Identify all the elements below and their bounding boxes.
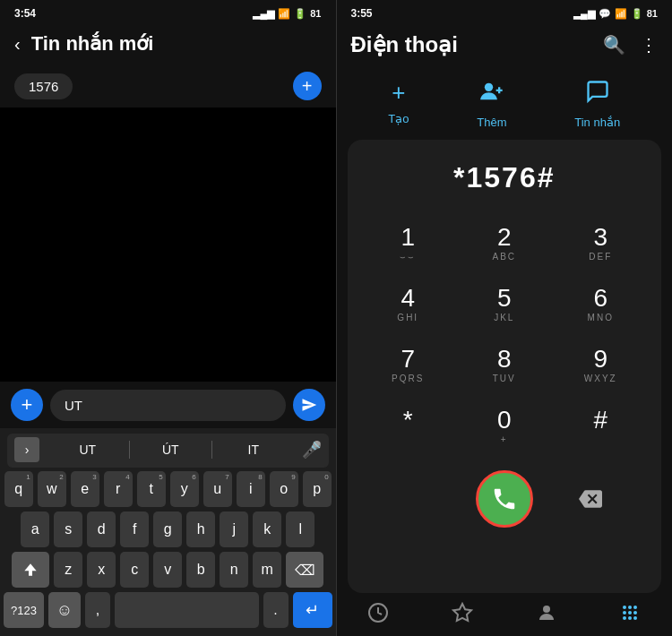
key-m[interactable]: m bbox=[253, 552, 281, 588]
enter-key[interactable]: ↵ bbox=[293, 592, 332, 628]
message-area bbox=[0, 107, 336, 382]
nav-recents[interactable] bbox=[367, 602, 389, 623]
key-b[interactable]: b bbox=[186, 552, 215, 588]
key-s[interactable]: s bbox=[54, 511, 82, 547]
dial-delete-button[interactable] bbox=[569, 477, 612, 520]
key-t[interactable]: 5t bbox=[137, 471, 166, 507]
period-key[interactable]: . bbox=[263, 592, 289, 628]
back-button[interactable]: ‹ bbox=[14, 34, 21, 55]
key-g[interactable]: g bbox=[153, 511, 182, 547]
delete-key[interactable]: ⌫ bbox=[286, 552, 323, 588]
dial-key-5[interactable]: 5 JKL bbox=[458, 277, 551, 334]
key-q[interactable]: 1q bbox=[4, 471, 33, 507]
search-icon[interactable]: 🔍 bbox=[603, 34, 625, 56]
key-n[interactable]: n bbox=[220, 552, 248, 588]
dial-key-8[interactable]: 8 TUV bbox=[458, 338, 551, 395]
dial-key-7[interactable]: 7 PQRS bbox=[362, 338, 455, 395]
svg-point-6 bbox=[633, 606, 637, 609]
dial-key-star[interactable]: * bbox=[362, 399, 455, 456]
input-row: + bbox=[0, 382, 336, 428]
signal-icon-right: ▂▄▆ bbox=[573, 8, 595, 20]
status-bar-right: 3:55 ▂▄▆ 💬 📶 🔋 81 bbox=[337, 0, 673, 23]
keyboard-row-4: ?123 ☺ , . ↵ bbox=[4, 592, 332, 628]
key-v[interactable]: v bbox=[153, 552, 182, 588]
dial-key-3[interactable]: 3 DEF bbox=[555, 216, 648, 273]
emoji-key[interactable]: ☺ bbox=[48, 592, 81, 628]
suggestions-row: › UT ÚT IT 🎤 bbox=[7, 434, 329, 468]
key-i[interactable]: 8i bbox=[237, 471, 265, 507]
key-j[interactable]: j bbox=[220, 511, 248, 547]
key-k[interactable]: k bbox=[253, 511, 281, 547]
dial-key-2[interactable]: 2 ABC bbox=[458, 216, 551, 273]
add-recipient-button[interactable]: + bbox=[293, 72, 322, 100]
message-input[interactable] bbox=[50, 390, 286, 421]
dial-key-hash[interactable]: # bbox=[555, 399, 648, 456]
create-label: Tạo bbox=[388, 112, 409, 125]
chat-icon-right: 💬 bbox=[599, 8, 611, 20]
recipient-number: 1576 bbox=[29, 79, 58, 94]
key-a[interactable]: a bbox=[21, 511, 49, 547]
key-f[interactable]: f bbox=[120, 511, 149, 547]
keyboard-row-2: a s d f g h j k l bbox=[4, 511, 332, 547]
key-y[interactable]: 6y bbox=[170, 471, 199, 507]
quick-actions: + Tạo Thêm Tin nhắn bbox=[337, 64, 673, 140]
key-c[interactable]: c bbox=[120, 552, 149, 588]
keyboard-row-1: 1q 2w 3e 4r 5t 6y 7u 8i 9o 0p bbox=[4, 471, 332, 507]
key-x[interactable]: x bbox=[87, 552, 116, 588]
nav-dialpad[interactable] bbox=[619, 602, 641, 623]
wifi-icon-right: 📶 bbox=[615, 8, 627, 20]
svg-point-7 bbox=[623, 611, 626, 615]
key-d[interactable]: d bbox=[87, 511, 116, 547]
dial-key-9[interactable]: 9 WXYZ bbox=[555, 338, 648, 395]
comma-key[interactable]: , bbox=[85, 592, 110, 628]
key-w[interactable]: 2w bbox=[38, 471, 66, 507]
dial-key-1[interactable]: 1 ⌣⌣ bbox=[362, 216, 455, 273]
key-l[interactable]: l bbox=[286, 511, 314, 547]
time-right: 3:55 bbox=[351, 7, 373, 20]
status-icons-right: ▂▄▆ 💬 📶 🔋 81 bbox=[573, 8, 658, 20]
svg-point-5 bbox=[628, 606, 632, 609]
key-z[interactable]: z bbox=[54, 552, 82, 588]
dialer-container: *1576# 1 ⌣⌣ 2 ABC 3 DEF 4 GHI 5 JKL bbox=[348, 140, 662, 593]
call-button[interactable] bbox=[476, 470, 533, 528]
add-contact-icon bbox=[479, 79, 504, 110]
status-bar-left: 3:54 ▂▄▆ 📶 🔋 81 bbox=[0, 0, 336, 23]
suggestion-1[interactable]: UT bbox=[47, 439, 129, 460]
svg-point-11 bbox=[628, 616, 632, 620]
message-icon bbox=[585, 79, 610, 110]
svg-point-9 bbox=[633, 611, 637, 615]
battery-icon-right: 🔋 bbox=[631, 8, 643, 20]
dial-key-4[interactable]: 4 GHI bbox=[362, 277, 455, 334]
svg-point-0 bbox=[485, 83, 493, 91]
dial-key-6[interactable]: 6 MNO bbox=[555, 277, 648, 334]
shift-key[interactable] bbox=[12, 552, 49, 588]
add-contact-action[interactable]: Thêm bbox=[477, 79, 506, 129]
mic-icon[interactable]: 🎤 bbox=[302, 440, 322, 460]
signal-icon-left: ▂▄▆ bbox=[253, 8, 274, 20]
suggestion-3[interactable]: IT bbox=[212, 439, 295, 460]
battery-pct-left: 81 bbox=[310, 8, 321, 19]
expand-suggestions-button[interactable]: › bbox=[14, 437, 39, 462]
menu-icon[interactable]: ⋮ bbox=[640, 34, 658, 56]
send-button[interactable] bbox=[293, 389, 325, 421]
nav-favorites[interactable] bbox=[452, 602, 473, 623]
keyboard-row-3: z x c v b n m ⌫ bbox=[4, 552, 332, 588]
message-action[interactable]: Tin nhắn bbox=[574, 79, 620, 129]
key-u[interactable]: 7u bbox=[203, 471, 232, 507]
key-r[interactable]: 4r bbox=[104, 471, 133, 507]
dial-key-0[interactable]: 0 + bbox=[458, 399, 551, 456]
call-row bbox=[362, 463, 648, 535]
attach-button[interactable]: + bbox=[11, 389, 43, 421]
numbers-switch-key[interactable]: ?123 bbox=[4, 592, 44, 628]
create-action[interactable]: + Tạo bbox=[388, 79, 409, 129]
key-h[interactable]: h bbox=[186, 511, 215, 547]
key-e[interactable]: 3e bbox=[71, 471, 99, 507]
wifi-icon-left: 📶 bbox=[278, 8, 290, 20]
create-icon: + bbox=[392, 79, 405, 107]
key-o[interactable]: 9o bbox=[270, 471, 298, 507]
key-p[interactable]: 0p bbox=[303, 471, 332, 507]
page-title-left: Tin nhắn mới bbox=[31, 32, 154, 56]
nav-contacts[interactable] bbox=[536, 602, 557, 623]
suggestion-2[interactable]: ÚT bbox=[130, 439, 212, 460]
space-key[interactable] bbox=[115, 592, 259, 628]
